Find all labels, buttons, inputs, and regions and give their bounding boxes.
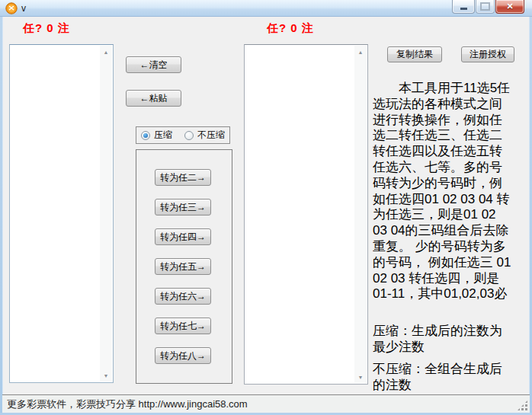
status-bar: 更多彩票软件，彩票技巧分享 http://www.jingcai58.com [2,394,530,413]
no-compress-note: 不压缩：全组合生成后 的注数 [373,361,530,393]
help-text: 本工具用于11选5任 选玩法的各种模式之间 进行转换操作，例如任 选二转任选三、… [373,81,530,302]
scroll-down-icon[interactable]: ▼ [100,369,112,381]
convert-ren8-button[interactable]: 转为任八→ [155,347,211,364]
paste-button[interactable]: ←粘贴 [126,90,181,107]
scroll-up-icon[interactable]: ▲ [354,46,367,58]
no-compress-radio[interactable] [184,131,194,140]
input-scrollbar[interactable]: ▲ ▼ [100,46,112,381]
status-text: 更多彩票软件，彩票技巧分享 http://www.jingcai58.com [7,397,248,411]
compress-note: 压缩：生成后的注数为 最少注数 [373,323,530,355]
scroll-down-icon[interactable]: ▼ [354,371,367,383]
convert-ren7-button[interactable]: 转为任七→ [155,318,211,334]
close-icon: ✕ [506,2,513,11]
result-listbox[interactable]: ▲ ▼ [244,44,368,385]
convert-ren5-button[interactable]: 转为任五→ [155,258,211,275]
input-listbox[interactable]: ▲ ▼ [9,44,114,383]
convert-ren3-button[interactable]: 转为任三→ [155,199,211,215]
convert-ren2-button[interactable]: 转为任二→ [155,169,211,186]
maximize-button[interactable] [476,0,495,14]
left-count-label: 任? 0 注 [23,21,70,36]
clear-button[interactable]: ←清空 [126,56,181,73]
titlebar: v ✕ [0,0,532,17]
minimize-icon [460,8,467,10]
compress-radio-label[interactable]: 压缩 [154,129,172,142]
scroll-up-icon[interactable]: ▲ [100,46,112,58]
compress-option-group: 压缩 不压缩 [136,126,230,144]
compress-radio[interactable] [141,131,150,140]
minimize-button[interactable] [452,0,475,14]
no-compress-radio-label[interactable]: 不压缩 [197,129,225,142]
close-button[interactable]: ✕ [495,0,524,14]
copy-result-button[interactable]: 复制结果 [387,46,442,62]
convert-ren4-button[interactable]: 转为任四→ [155,228,211,245]
register-button[interactable]: 注册授权 [461,46,514,62]
resize-grip[interactable] [517,400,528,411]
window-title: v [21,3,26,14]
window-border-left [0,17,3,415]
result-scrollbar[interactable]: ▲ ▼ [354,46,367,383]
convert-ren6-button[interactable]: 转为任六→ [155,288,211,305]
right-count-label: 任? 0 注 [267,21,314,36]
app-icon [5,2,18,14]
maximize-icon [480,2,490,11]
